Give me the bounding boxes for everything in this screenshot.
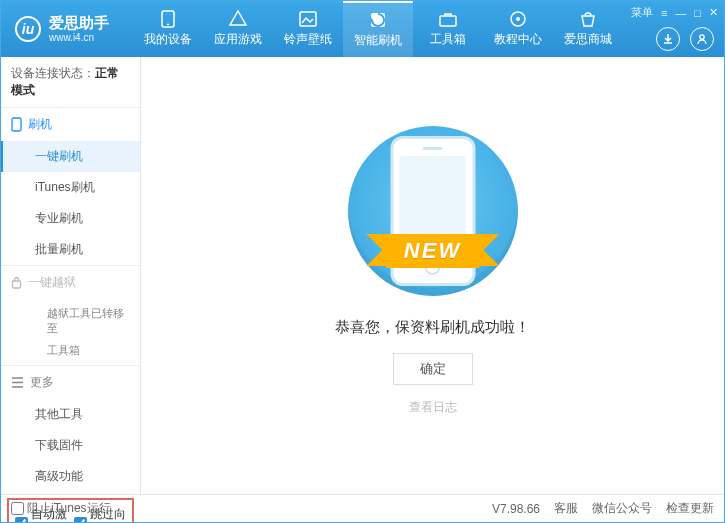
close-icon[interactable]: ✕	[709, 6, 718, 19]
svg-rect-8	[12, 118, 21, 131]
brand-title: 爱思助手	[49, 15, 109, 32]
sidebar-section-more[interactable]: 更多	[1, 366, 140, 399]
connection-status: 设备连接状态：正常模式	[1, 57, 140, 107]
sidebar-item-oneclick-flash[interactable]: 一键刷机	[1, 141, 140, 172]
download-button[interactable]	[656, 27, 680, 51]
sidebar-item-download-firmware[interactable]: 下载固件	[1, 430, 140, 461]
jailbreak-note: 越狱工具已转移至	[1, 299, 140, 343]
svg-rect-4	[440, 16, 456, 26]
minimize-icon[interactable]: —	[675, 7, 686, 19]
nav-store[interactable]: 爱思商城	[553, 1, 623, 57]
tutorial-icon	[508, 10, 528, 28]
svg-point-6	[516, 17, 520, 21]
nav-toolbox[interactable]: 工具箱	[413, 1, 483, 57]
ok-button[interactable]: 确定	[393, 353, 473, 385]
brand-logo-icon: iu	[15, 16, 41, 42]
sidebar-item-pro-flash[interactable]: 专业刷机	[1, 203, 140, 234]
checkbox-block-itunes[interactable]: 阻止iTunes运行	[11, 500, 111, 517]
phone-icon	[158, 10, 178, 28]
window-controls: 菜单 ≡ — □ ✕	[631, 5, 718, 20]
status-bar: 阻止iTunes运行 V7.98.66 客服 微信公众号 检查更新	[1, 494, 724, 522]
nav-smart-flash[interactable]: 智能刷机	[343, 1, 413, 57]
svg-point-1	[167, 24, 169, 26]
nav-tutorials[interactable]: 教程中心	[483, 1, 553, 57]
user-button[interactable]	[690, 27, 714, 51]
nav-label: 铃声壁纸	[284, 31, 332, 48]
support-link[interactable]: 客服	[554, 500, 578, 517]
sidebar: 设备连接状态：正常模式 刷机 一键刷机 iTunes刷机 专业刷机 批量刷机 一…	[1, 57, 141, 494]
sidebar-item-other-tools[interactable]: 其他工具	[1, 399, 140, 430]
success-illustration: NEW	[348, 126, 518, 296]
flash-icon	[368, 11, 388, 29]
maximize-icon[interactable]: □	[694, 7, 701, 19]
new-ribbon-icon: NEW	[386, 234, 479, 268]
menu-button[interactable]: 菜单	[631, 5, 653, 20]
main-content: NEW 恭喜您，保资料刷机成功啦！ 确定 查看日志	[141, 57, 724, 494]
jailbreak-note2: 工具箱	[1, 343, 140, 365]
sidebar-section-flash[interactable]: 刷机	[1, 108, 140, 141]
sidebar-item-itunes-flash[interactable]: iTunes刷机	[1, 172, 140, 203]
view-log-link[interactable]: 查看日志	[409, 399, 457, 416]
nav-ringtones[interactable]: 铃声壁纸	[273, 1, 343, 57]
more-icon	[11, 377, 24, 388]
nav-label: 我的设备	[144, 31, 192, 48]
svg-point-7	[700, 35, 704, 39]
check-update-link[interactable]: 检查更新	[666, 500, 714, 517]
sidebar-item-batch-flash[interactable]: 批量刷机	[1, 234, 140, 265]
wallpaper-icon	[298, 10, 318, 28]
nav-label: 爱思商城	[564, 31, 612, 48]
toolbox-icon	[438, 10, 458, 28]
nav-apps-games[interactable]: 应用游戏	[203, 1, 273, 57]
brand-subtitle: www.i4.cn	[49, 32, 109, 43]
nav-my-device[interactable]: 我的设备	[133, 1, 203, 57]
nav-label: 智能刷机	[354, 32, 402, 49]
lock-icon	[11, 276, 22, 289]
apps-icon	[228, 10, 248, 28]
wechat-link[interactable]: 微信公众号	[592, 500, 652, 517]
nav-label: 教程中心	[494, 31, 542, 48]
version-label: V7.98.66	[492, 502, 540, 516]
sidebar-item-advanced[interactable]: 高级功能	[1, 461, 140, 492]
sidebar-section-jailbreak: 一键越狱	[1, 266, 140, 299]
phone-small-icon	[11, 117, 22, 132]
success-message: 恭喜您，保资料刷机成功啦！	[335, 318, 530, 337]
app-header: iu 爱思助手 www.i4.cn 我的设备 应用游戏 铃声壁纸 智能刷机 工具…	[1, 1, 724, 57]
brand: iu 爱思助手 www.i4.cn	[1, 1, 123, 57]
svg-rect-9	[13, 281, 21, 288]
nav-label: 应用游戏	[214, 31, 262, 48]
nav-label: 工具箱	[430, 31, 466, 48]
store-icon	[578, 10, 598, 28]
lines-icon[interactable]: ≡	[661, 7, 667, 19]
